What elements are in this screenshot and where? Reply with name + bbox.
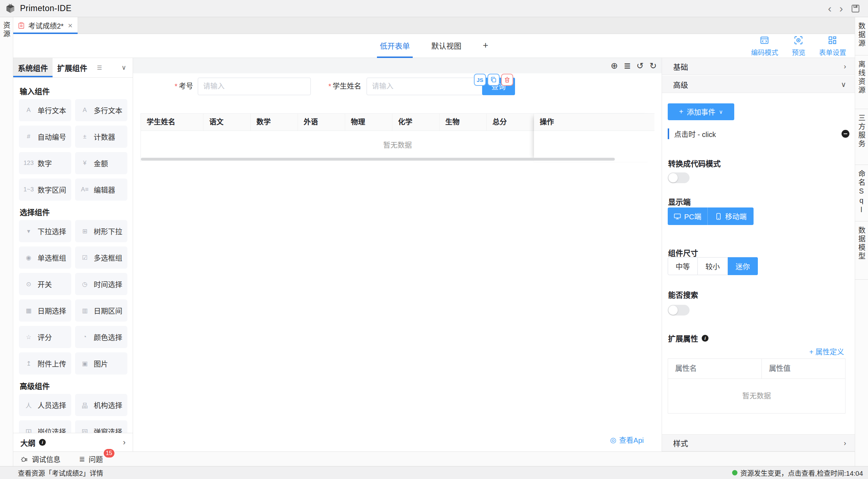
search-form-row: *考号*学生姓名 <box>133 78 662 95</box>
palette-item-下拉选择[interactable]: ▾下拉选择 <box>19 220 71 242</box>
status-change-notice[interactable]: 资源发生变更，点击查看,检查时间:14:04 <box>732 468 863 478</box>
add-prop-definition-link[interactable]: + 属性定义 <box>809 346 844 357</box>
left-resource-strip[interactable]: 资源 <box>0 17 13 466</box>
palette-menu-icon[interactable]: ☰ <box>97 64 102 71</box>
date-range-icon: ▥ <box>79 307 90 314</box>
palette-item-数字区间[interactable]: 1~3数字区间 <box>19 179 71 201</box>
palette-item-评分[interactable]: ☆评分 <box>19 326 71 348</box>
target-移动端[interactable]: 移动端 <box>708 207 754 225</box>
doc-tab-exam-scores[interactable]: 考试成绩2* × <box>13 17 78 34</box>
searchable-toggle[interactable] <box>668 305 690 316</box>
redo-icon[interactable]: ↻ <box>649 62 657 70</box>
palette-item-人员选择[interactable]: 人人员选择 <box>19 394 71 416</box>
code-mode-toggle[interactable] <box>668 172 690 183</box>
right-tools-strip: 数据源离线资源三方服务命名Sql数据模型 <box>855 17 868 466</box>
globe-icon[interactable]: ⊕ <box>611 62 618 70</box>
palette-item-颜色选择[interactable]: ◔颜色选择 <box>75 326 127 348</box>
strip-item-4[interactable]: 命名Sql <box>855 165 868 221</box>
forward-icon[interactable]: › <box>839 3 843 14</box>
size-option-较小[interactable]: 较小 <box>698 257 728 275</box>
popup-select-icon: 回 <box>79 427 90 433</box>
size-option-中等[interactable]: 中等 <box>668 257 698 275</box>
section-style[interactable]: 样式 › <box>662 434 855 451</box>
palette-item-日期选择[interactable]: ▦日期选择 <box>19 299 71 322</box>
remove-event-icon[interactable] <box>842 130 849 138</box>
section-basic[interactable]: 基础 › <box>662 58 855 75</box>
delete-icon[interactable] <box>501 74 513 86</box>
palette-item-时间选择[interactable]: ◷时间选择 <box>75 273 127 295</box>
chevron-down-icon[interactable]: ∨ <box>841 80 846 89</box>
strip-item-3[interactable]: 三方服务 <box>855 109 868 165</box>
time-picker-icon: ◷ <box>79 280 90 288</box>
palette-item-单行文本[interactable]: A单行文本 <box>19 99 71 121</box>
problems-item[interactable]: ≣ 问题 15 <box>79 454 103 464</box>
status-resource-detail[interactable]: 查看资源「考试成绩2」详情 <box>18 468 103 478</box>
chevron-right-icon[interactable]: › <box>844 62 846 70</box>
outline-bar[interactable]: 大纲 i › <box>13 433 133 451</box>
view-tab-低开表单[interactable]: 低开表单 <box>377 34 413 58</box>
palette-item-附件上传[interactable]: ↥附件上传 <box>19 352 71 375</box>
palette-item-金额[interactable]: ¥金额 <box>75 152 127 174</box>
undo-icon[interactable]: ↺ <box>637 62 644 70</box>
action-label: 表单设置 <box>819 47 846 57</box>
input-考号[interactable] <box>198 78 311 95</box>
palette-item-单选框组[interactable]: ◉单选框组 <box>19 246 71 269</box>
section-advanced[interactable]: 高级 ∨ <box>662 76 855 93</box>
palette-item-图片[interactable]: ▣图片 <box>75 352 127 375</box>
size-option-迷你[interactable]: 迷你 <box>728 257 758 275</box>
view-api-link[interactable]: ◎ 查看Api <box>610 435 644 445</box>
save-icon[interactable] <box>851 4 860 13</box>
checkbox-group-icon: ☑ <box>79 254 90 262</box>
required-star: * <box>328 82 331 90</box>
strip-item-label: 命名Sql <box>857 170 867 215</box>
debug-info-item[interactable]: 调试信息 <box>20 454 60 464</box>
upload-icon: ↥ <box>23 360 34 367</box>
action-form-settings[interactable]: 表单设置 <box>819 35 846 57</box>
chevron-right-icon[interactable]: › <box>123 438 126 447</box>
radio-group-icon: ◉ <box>23 254 34 262</box>
palette-item-多行文本[interactable]: A多行文本 <box>75 99 127 121</box>
copy-icon[interactable] <box>487 74 500 86</box>
palette-grid: ▾下拉选择⊞树形下拉◉单选框组☑多选框组⊙开关◷时间选择▦日期选择▥日期区间☆评… <box>19 220 127 375</box>
palette-item-多选框组[interactable]: ☑多选框组 <box>75 246 127 269</box>
outline-tree-icon[interactable]: ≣ <box>624 62 631 70</box>
view-tab-默认视图[interactable]: 默认视图 <box>428 34 464 58</box>
tree-select-icon: ⊞ <box>79 228 90 235</box>
palette-item-计数器[interactable]: ±计数器 <box>75 126 127 148</box>
input-学生姓名[interactable] <box>367 78 483 95</box>
strip-item-2[interactable]: 离线资源 <box>855 55 868 109</box>
js-action-icon[interactable]: JS <box>474 74 486 86</box>
palette-item-日期区间[interactable]: ▥日期区间 <box>75 299 127 322</box>
design-canvas[interactable]: ⊕≣↺↻ *考号*学生姓名 查询 JS 学生姓名语文数学外语物理化学生物总分 暂… <box>133 58 662 451</box>
target-PC端[interactable]: PC端 <box>668 207 708 225</box>
debug-bar: 调试信息 ≣ 问题 15 <box>13 451 855 466</box>
palette-tab-extended[interactable]: 扩展组件 <box>53 58 92 77</box>
action-code-mode[interactable]: 编码模式 <box>751 35 778 57</box>
chevron-down-icon[interactable]: ∨ <box>122 64 126 72</box>
number-range-icon: 1~3 <box>23 186 34 193</box>
palette-tab-system[interactable]: 系统组件 <box>13 58 53 77</box>
palette-item-自动编号[interactable]: #自动编号 <box>19 126 71 148</box>
palette-item-树形下拉[interactable]: ⊞树形下拉 <box>75 220 127 242</box>
table-header-cell-生物: 生物 <box>440 114 487 131</box>
horizontal-scrollbar[interactable] <box>141 158 615 161</box>
back-icon[interactable]: ‹ <box>828 3 832 14</box>
toggle-knob <box>668 173 678 182</box>
palette-item-机构选择[interactable]: 品机构选择 <box>75 394 127 416</box>
chevron-right-icon[interactable]: › <box>844 439 846 447</box>
debug-info-label: 调试信息 <box>32 454 60 464</box>
palette-item-开关[interactable]: ⊙开关 <box>19 273 71 295</box>
add-view-tab[interactable]: + <box>480 34 491 58</box>
add-event-button[interactable]: + 添加事件 ∨ <box>668 103 734 120</box>
palette-item-弹窗选择[interactable]: 回弹窗选择 <box>75 420 127 433</box>
event-item-click[interactable]: 点击时 - click <box>668 126 849 142</box>
resource-strip-label[interactable]: 资源 <box>1 21 12 39</box>
strip-item-5[interactable]: 数据模型 <box>855 221 868 280</box>
strip-item-1[interactable]: 数据源 <box>855 17 868 55</box>
palette-item-label: 下拉选择 <box>38 226 66 236</box>
palette-item-数字[interactable]: 123数字 <box>19 152 71 174</box>
palette-item-岗位选择[interactable]: 囚岗位选择 <box>19 420 71 433</box>
action-preview[interactable]: 预览 <box>792 35 805 57</box>
close-icon[interactable]: × <box>68 22 73 29</box>
palette-item-编辑器[interactable]: A≡编辑器 <box>75 179 127 201</box>
